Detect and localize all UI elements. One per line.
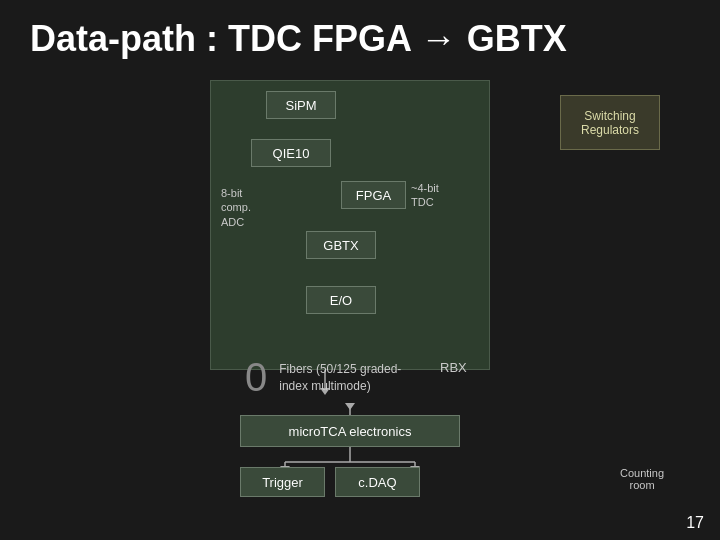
tdc-label: ~4-bitTDC bbox=[411, 181, 439, 210]
sipm-box: SiPM bbox=[266, 91, 336, 119]
rbx-label: RBX bbox=[440, 360, 467, 375]
fiber-icon: 0 bbox=[245, 355, 267, 400]
microtca-box: microTCA electronics bbox=[240, 415, 460, 447]
eo-box: E/O bbox=[306, 286, 376, 314]
page-number: 17 bbox=[686, 514, 704, 532]
diagram-container: SiPM QIE10 8-bitcomp.ADC FPGA ~4-bitTDC … bbox=[210, 80, 490, 370]
fiber-section: 0 Fibers (50/125 graded-index multimode) bbox=[245, 355, 401, 400]
counting-room-label: Counting room bbox=[620, 467, 664, 491]
trigger-box: Trigger bbox=[240, 467, 325, 497]
switching-regulators-box: Switching Regulators bbox=[560, 95, 660, 150]
fiber-text: Fibers (50/125 graded-index multimode) bbox=[279, 361, 401, 395]
gbtx-box: GBTX bbox=[306, 231, 376, 259]
page-title: Data-path : TDC FPGA → GBTX bbox=[30, 18, 567, 60]
bottom-boxes: Trigger c.DAQ bbox=[240, 467, 420, 497]
svg-marker-12 bbox=[345, 403, 355, 410]
cdaq-box: c.DAQ bbox=[335, 467, 420, 497]
qie10-box: QIE10 bbox=[251, 139, 331, 167]
adc-label: 8-bitcomp.ADC bbox=[221, 186, 251, 229]
fpga-box: FPGA bbox=[341, 181, 406, 209]
